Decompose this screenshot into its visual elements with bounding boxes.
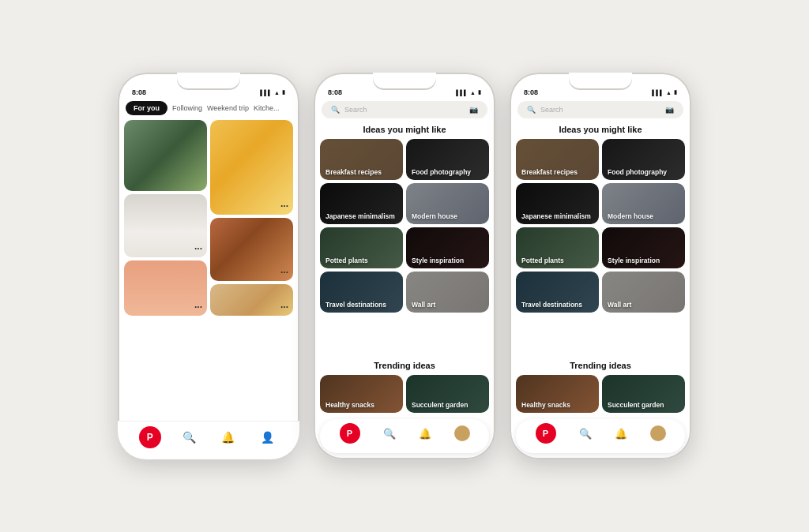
bottom-nav-search[interactable]: 🔍 <box>178 426 200 448</box>
signal-icon-2: ▌▌▌ <box>456 90 468 96</box>
idea-card-food-2[interactable]: Food photography <box>406 139 489 180</box>
trending-title-3: Trending ideas <box>516 361 685 370</box>
search-icon-2: 🔍 <box>331 106 340 114</box>
status-icons-3: ▌▌▌ ▲ ▮ <box>652 89 677 96</box>
idea-card-travel-2[interactable]: Travel destinations <box>320 272 403 313</box>
time-2: 8:08 <box>328 88 342 96</box>
ideas-grid-2: Breakfast recipes Food photography Japan… <box>320 139 489 313</box>
feed-col-right: ··· ··· ··· <box>210 120 293 421</box>
feed-card-plant <box>124 120 207 191</box>
camera-icon-3: 📷 <box>665 106 674 114</box>
trend-label-succulent-2: Succulent garden <box>412 401 468 409</box>
idea-card-style-2[interactable]: Style inspiration <box>406 227 489 268</box>
idea-card-food-3[interactable]: Food photography <box>602 139 685 180</box>
ideas-title-2: Ideas you might like <box>320 125 489 134</box>
bnav-avatar-2[interactable] <box>454 425 470 441</box>
status-bar-1: 8:08 ▌▌▌ ▲ ▮ <box>118 84 299 98</box>
idea-card-travel-3[interactable]: Travel destinations <box>516 272 599 313</box>
idea-label-potted-3: Potted plants <box>521 257 564 264</box>
idea-card-modern-2[interactable]: Modern house <box>406 183 489 224</box>
idea-label-wall-2: Wall art <box>412 301 435 309</box>
trending-section-2: Trending ideas Healthy snacks Succulent … <box>314 359 495 416</box>
idea-card-style-3[interactable]: Style inspiration <box>602 227 685 268</box>
idea-card-japanese-3[interactable]: Japanese minimalism <box>516 183 599 224</box>
bottom-nav-3: P 🔍 🔔 <box>516 419 685 453</box>
bnav-bell-2[interactable]: 🔔 <box>419 428 431 440</box>
trending-title-2: Trending ideas <box>320 361 489 370</box>
bnav-pinterest-2[interactable]: P <box>340 423 360 444</box>
time-1: 8:08 <box>132 88 146 96</box>
bnav-pinterest-3[interactable]: P <box>536 423 556 444</box>
idea-label-food-2: Food photography <box>412 168 471 176</box>
idea-label-wall-3: Wall art <box>608 301 631 309</box>
bnav-avatar-3[interactable] <box>650 425 666 441</box>
feed-card-arch: ··· <box>124 194 207 257</box>
nav-item-kitchen[interactable]: Kitche... <box>254 104 280 112</box>
idea-card-breakfast-2[interactable]: Breakfast recipes <box>320 139 403 180</box>
phones-container: 8:08 ▌▌▌ ▲ ▮ For you Following Weekend t… <box>102 57 707 475</box>
ideas-section-3: Ideas you might like Breakfast recipes F… <box>510 123 691 359</box>
status-icons-2: ▌▌▌ ▲ ▮ <box>456 89 481 96</box>
idea-card-wall-3[interactable]: Wall art <box>602 272 685 313</box>
phone1-nav: For you Following Weekend trip Kitche... <box>118 98 299 120</box>
battery-icon-2: ▮ <box>478 89 481 96</box>
trending-grid-2: Healthy snacks Succulent garden <box>320 375 489 413</box>
nav-item-weekend[interactable]: Weekend trip <box>207 104 249 112</box>
search-bar-3[interactable]: 🔍 Search 📷 <box>517 101 683 118</box>
search-icon-3: 🔍 <box>527 106 536 114</box>
idea-label-potted-2: Potted plants <box>325 257 368 264</box>
idea-card-potted-2[interactable]: Potted plants <box>320 227 403 268</box>
idea-label-breakfast-3: Breakfast recipes <box>521 168 578 176</box>
trend-card-succulent-3[interactable]: Succulent garden <box>602 375 685 413</box>
signal-icon: ▌▌▌ <box>260 90 272 96</box>
search-placeholder-3: Search <box>540 106 660 114</box>
trending-section-3: Trending ideas Healthy snacks Succulent … <box>510 359 691 416</box>
idea-card-breakfast-3[interactable]: Breakfast recipes <box>516 139 599 180</box>
wifi-icon-3: ▲ <box>666 90 672 96</box>
nav-pill-foryou[interactable]: For you <box>126 101 167 115</box>
idea-card-wall-2[interactable]: Wall art <box>406 272 489 313</box>
idea-label-travel-2: Travel destinations <box>325 301 386 309</box>
idea-label-food-3: Food photography <box>608 168 667 176</box>
idea-label-style-2: Style inspiration <box>412 257 464 264</box>
idea-label-japanese-2: Japanese minimalism <box>325 212 395 220</box>
trend-card-healthy-2[interactable]: Healthy snacks <box>320 375 403 413</box>
search-bar-2[interactable]: 🔍 Search 📷 <box>322 101 487 118</box>
trending-grid-3: Healthy snacks Succulent garden <box>516 375 685 413</box>
bottom-nav-profile[interactable]: 👤 <box>256 426 278 448</box>
bnav-bell-3[interactable]: 🔔 <box>615 428 627 440</box>
feed-col-left: ··· ··· <box>124 120 207 421</box>
idea-card-modern-3[interactable]: Modern house <box>602 183 685 224</box>
battery-icon-3: ▮ <box>674 89 677 96</box>
nav-item-following[interactable]: Following <box>172 104 202 112</box>
feed-card-pink: ··· <box>124 260 207 316</box>
search-placeholder-2: Search <box>344 106 465 114</box>
idea-label-modern-2: Modern house <box>412 212 457 220</box>
status-bar-3: 8:08 ▌▌▌ ▲ ▮ <box>510 84 691 98</box>
bnav-search-3[interactable]: 🔍 <box>579 428 592 440</box>
phone-1: 8:08 ▌▌▌ ▲ ▮ For you Following Weekend t… <box>118 73 299 459</box>
idea-label-travel-3: Travel destinations <box>521 301 582 309</box>
feed-card-desert: ··· <box>210 284 293 316</box>
feed-card-woman: ··· <box>210 120 293 215</box>
idea-label-breakfast-2: Breakfast recipes <box>325 168 382 176</box>
idea-label-style-3: Style inspiration <box>608 257 660 264</box>
bottom-nav-bell[interactable]: 🔔 <box>217 426 239 448</box>
bnav-search-2[interactable]: 🔍 <box>383 428 396 440</box>
trend-label-healthy-3: Healthy snacks <box>521 401 570 409</box>
status-icons-1: ▌▌▌ ▲ ▮ <box>260 89 285 96</box>
time-3: 8:08 <box>524 88 538 96</box>
bottom-nav-pinterest[interactable]: P <box>139 426 161 448</box>
trend-card-healthy-3[interactable]: Healthy snacks <box>516 375 599 413</box>
feed-card-taco: ··· <box>210 218 293 281</box>
feed-grid: ··· ··· ··· ··· <box>118 120 299 421</box>
wifi-icon-2: ▲ <box>470 90 476 96</box>
idea-card-potted-3[interactable]: Potted plants <box>516 227 599 268</box>
ideas-grid-3: Breakfast recipes Food photography Japan… <box>516 139 685 313</box>
trend-card-succulent-2[interactable]: Succulent garden <box>406 375 489 413</box>
status-bar-2: 8:08 ▌▌▌ ▲ ▮ <box>314 84 495 98</box>
battery-icon: ▮ <box>282 89 285 96</box>
signal-icon-3: ▌▌▌ <box>652 90 664 96</box>
idea-card-japanese-2[interactable]: Japanese minimalism <box>320 183 403 224</box>
bottom-nav-1: P 🔍 🔔 👤 <box>118 421 299 459</box>
